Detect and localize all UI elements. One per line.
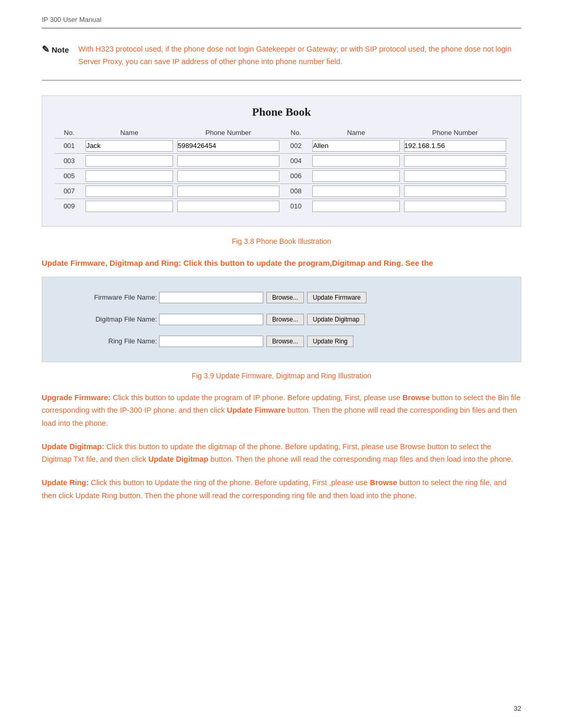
name-input-left-3[interactable] xyxy=(85,186,173,197)
phone-input-left-4[interactable] xyxy=(177,201,279,212)
digitmap-browse-button[interactable]: Browse... xyxy=(266,314,304,325)
table-row: 009010 xyxy=(55,199,508,214)
note-text: With H323 protocol used, if the phone do… xyxy=(78,43,521,68)
table-row: 005006 xyxy=(55,168,508,183)
cell-phone2[interactable] xyxy=(402,183,508,199)
name-input-left-1[interactable] xyxy=(85,155,173,167)
phone-input-right-2[interactable] xyxy=(404,170,506,182)
para-update-digitmap: Update Digitmap: Click this button to up… xyxy=(42,440,521,466)
para-update-ring: Update Ring: Click this button to Update… xyxy=(42,476,521,502)
phone-input-left-3[interactable] xyxy=(177,186,279,197)
update-ring-button[interactable]: Update Ring xyxy=(307,336,353,347)
cell-no2: 002 xyxy=(282,138,310,153)
firmware-label: Firmware File Name: xyxy=(74,293,157,301)
update-row-digitmap: Digitmap File Name: Browse... Update Dig… xyxy=(74,314,479,325)
cell-no2: 004 xyxy=(282,153,310,168)
name-input-right-3[interactable] xyxy=(312,186,399,197)
page: IP 300 User Manual ✎ Note With H323 prot… xyxy=(0,0,563,728)
col-phone1: Phone Number xyxy=(175,127,282,139)
col-name2: Name xyxy=(310,127,401,139)
cell-name2[interactable] xyxy=(310,168,401,183)
name-input-left-0[interactable] xyxy=(85,140,173,152)
phone-input-left-1[interactable] xyxy=(177,155,279,167)
digitmap-label: Digitmap File Name: xyxy=(74,315,157,323)
phonebook-table: No. Name Phone Number No. Name Phone Num… xyxy=(55,127,508,214)
cell-phone2[interactable] xyxy=(402,138,508,153)
para-update-digitmap-text2: button. Then the phone will read the cor… xyxy=(211,455,513,463)
table-row: 003004 xyxy=(55,153,508,168)
cell-name1[interactable] xyxy=(83,153,175,168)
para-update-digitmap-label: Update Digitmap: xyxy=(42,442,104,451)
name-input-right-4[interactable] xyxy=(312,201,399,212)
cell-phone2[interactable] xyxy=(402,168,508,183)
phone-input-left-2[interactable] xyxy=(177,170,279,182)
update-firmware-button[interactable]: Update Firmware xyxy=(307,292,366,303)
update-heading-label: Update Firmware, Digitmap and Ring: xyxy=(42,258,181,267)
cell-no2: 010 xyxy=(282,199,310,214)
col-name1: Name xyxy=(83,127,175,139)
cell-phone1[interactable] xyxy=(175,183,282,199)
phone-input-right-0[interactable] xyxy=(404,140,506,152)
table-header-row: No. Name Phone Number No. Name Phone Num… xyxy=(55,127,508,139)
ring-label: Ring File Name: xyxy=(74,337,157,345)
cell-name1[interactable] xyxy=(83,183,175,199)
firmware-browse-button[interactable]: Browse... xyxy=(266,292,304,303)
para-update-ring-text1: Click this button to Update the ring of … xyxy=(91,478,370,487)
name-input-right-1[interactable] xyxy=(312,155,399,167)
update-row-ring: Ring File Name: Browse... Update Ring xyxy=(74,336,479,347)
cell-phone1[interactable] xyxy=(175,138,282,153)
cell-phone2[interactable] xyxy=(402,153,508,168)
name-input-right-0[interactable] xyxy=(312,140,399,152)
para-upgrade-firmware-text1: Click this button to update the program … xyxy=(113,393,402,402)
cell-name2[interactable] xyxy=(310,138,401,153)
col-no2: No. xyxy=(282,127,310,139)
phone-input-right-4[interactable] xyxy=(404,201,506,212)
note-icon: ✎ xyxy=(42,44,50,55)
cell-name2[interactable] xyxy=(310,153,401,168)
update-row-firmware: Firmware File Name: Browse... Update Fir… xyxy=(74,292,479,303)
para-update-ring-label: Update Ring: xyxy=(42,478,89,487)
cell-no1: 007 xyxy=(55,183,83,199)
cell-no1: 001 xyxy=(55,138,83,153)
para-upgrade-firmware-bold1: Browse xyxy=(402,393,430,402)
phonebook-caption: Fig 3.8 Phone Book Illustration xyxy=(42,237,521,245)
note-label: ✎ Note xyxy=(42,44,69,55)
para-upgrade-firmware-bold2: Update Fimware xyxy=(227,406,285,414)
update-heading-text: Click this button to update the program,… xyxy=(181,258,433,267)
header-title: IP 300 User Manual xyxy=(42,16,102,23)
name-input-right-2[interactable] xyxy=(312,170,399,182)
phone-input-right-3[interactable] xyxy=(404,186,506,197)
cell-name2[interactable] xyxy=(310,199,401,214)
name-input-left-4[interactable] xyxy=(85,201,173,212)
para-update-digitmap-bold1: Update Digitmap xyxy=(148,455,208,463)
cell-name1[interactable] xyxy=(83,138,175,153)
update-digitmap-button[interactable]: Update Digitmap xyxy=(307,314,365,325)
cell-no1: 009 xyxy=(55,199,83,214)
name-input-left-2[interactable] xyxy=(85,170,173,182)
phone-input-left-0[interactable] xyxy=(177,140,279,152)
cell-phone1[interactable] xyxy=(175,168,282,183)
ring-input[interactable] xyxy=(159,336,263,347)
ring-browse-button[interactable]: Browse... xyxy=(266,336,304,347)
page-number: 32 xyxy=(514,705,521,712)
phonebook-section: Phone Book No. Name Phone Number No. Nam… xyxy=(42,95,521,227)
phone-input-right-1[interactable] xyxy=(404,155,506,167)
phonebook-title: Phone Book xyxy=(55,105,508,119)
cell-no1: 005 xyxy=(55,168,83,183)
cell-phone2[interactable] xyxy=(402,199,508,214)
cell-phone1[interactable] xyxy=(175,199,282,214)
para-upgrade-firmware: Upgrade Firmware: Click this button to u… xyxy=(42,391,521,430)
table-row: 007008 xyxy=(55,183,508,199)
cell-name2[interactable] xyxy=(310,183,401,199)
cell-no1: 003 xyxy=(55,153,83,168)
cell-name1[interactable] xyxy=(83,168,175,183)
update-box: Firmware File Name: Browse... Update Fir… xyxy=(42,277,521,362)
page-header: IP 300 User Manual xyxy=(42,16,521,29)
cell-name1[interactable] xyxy=(83,199,175,214)
note-section: ✎ Note With H323 protocol used, if the p… xyxy=(42,43,521,81)
cell-phone1[interactable] xyxy=(175,153,282,168)
update-heading: Update Firmware, Digitmap and Ring: Clic… xyxy=(42,257,521,269)
digitmap-input[interactable] xyxy=(159,314,263,325)
para-upgrade-firmware-label: Upgrade Firmware: xyxy=(42,393,111,402)
firmware-input[interactable] xyxy=(159,292,263,303)
